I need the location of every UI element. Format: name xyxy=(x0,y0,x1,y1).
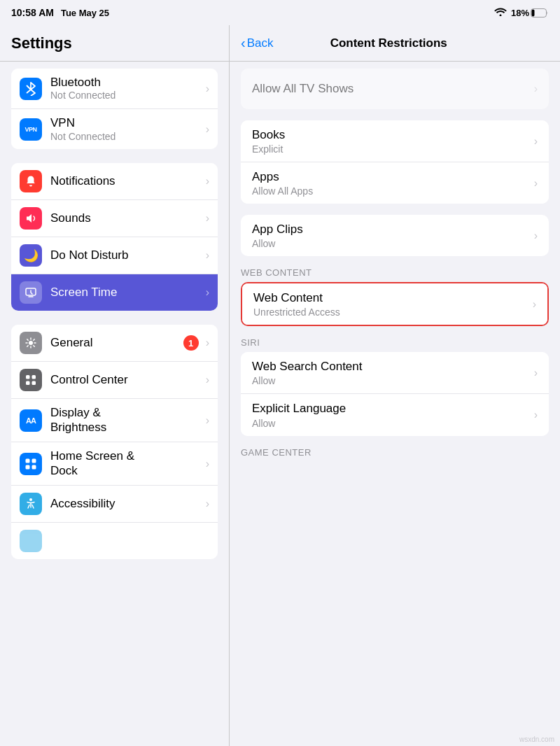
right-header: ‹ Back Content Restrictions xyxy=(230,25,560,62)
settings-item-controlcenter[interactable]: Control Center › xyxy=(11,362,218,399)
svg-rect-4 xyxy=(26,375,30,379)
appclips-sub: Allow xyxy=(252,238,531,249)
explicitlang-title: Explicit Language xyxy=(252,401,531,416)
settings-item-accessibility[interactable]: Accessibility › xyxy=(11,486,218,523)
display-icon: AA xyxy=(20,409,42,432)
screentime-label: Screen Time xyxy=(50,286,203,300)
homescreen-content: Home Screen &Dock xyxy=(50,449,203,478)
content-item-appclips[interactable]: App Clips Allow › xyxy=(241,215,549,256)
battery-icon: 18% xyxy=(511,8,549,18)
settings-item-display[interactable]: AA Display &Brightness › xyxy=(11,399,218,442)
donotdisturb-label: Do Not Disturb xyxy=(50,248,203,262)
general-chevron: › xyxy=(206,337,209,349)
right-panel: ‹ Back Content Restrictions Allow All TV… xyxy=(230,25,560,746)
apps-title: Apps xyxy=(252,169,531,185)
partial-icon xyxy=(20,530,42,552)
general-badge: 1 xyxy=(183,335,199,351)
appclips-title: App Clips xyxy=(252,222,531,237)
webcontent-title: Web Content xyxy=(253,290,530,306)
display-content: Display &Brightness xyxy=(50,406,203,435)
gamecenter-section-label: GAME CENTER xyxy=(241,447,549,458)
content-item-webcontent[interactable]: Web Content Unrestricted Access › xyxy=(242,283,547,325)
back-button[interactable]: ‹ Back xyxy=(241,35,273,51)
right-panel-title: Content Restrictions xyxy=(284,36,493,50)
accessibility-label: Accessibility xyxy=(50,497,203,511)
system-group: General 1 › xyxy=(11,325,218,559)
websearch-sub: Allow xyxy=(252,375,531,386)
svg-rect-1 xyxy=(532,9,535,16)
settings-item-general[interactable]: General 1 › xyxy=(11,325,218,362)
settings-item-partial[interactable] xyxy=(11,523,218,559)
display-label: Display &Brightness xyxy=(50,406,203,435)
siri-section-label: SIRI xyxy=(241,337,549,348)
status-time: 10:58 AM xyxy=(11,7,54,18)
accessibility-chevron: › xyxy=(206,498,209,510)
left-header: Settings xyxy=(0,25,229,62)
vpn-chevron: › xyxy=(206,123,209,136)
notifications-content: Notifications xyxy=(50,174,203,188)
right-content[interactable]: Allow All TV Shows › Books Explicit › Ap… xyxy=(230,62,560,746)
general-label: General xyxy=(50,336,183,350)
sounds-icon xyxy=(20,207,42,230)
status-icons: 18% xyxy=(494,7,549,18)
settings-item-bluetooth[interactable]: Bluetooth Not Connected › xyxy=(11,69,218,109)
apps-sub: Allow All Apps xyxy=(252,185,531,197)
webcontent-sub: Unrestricted Access xyxy=(253,307,530,318)
settings-item-notifications[interactable]: Notifications › xyxy=(11,163,218,200)
controlcenter-icon xyxy=(20,369,42,391)
svg-rect-9 xyxy=(32,458,36,463)
content-item-apps[interactable]: Apps Allow All Apps › xyxy=(241,162,549,204)
tvshows-group: Allow All TV Shows › xyxy=(241,69,549,109)
websearch-chevron: › xyxy=(534,367,538,379)
general-content: General xyxy=(50,336,183,350)
notifications-label: Notifications xyxy=(50,174,203,188)
webcontent-group: Web Content Unrestricted Access › xyxy=(241,282,549,326)
explicitlang-sub: Allow xyxy=(252,418,531,429)
wifi-icon xyxy=(494,7,507,18)
settings-item-screentime[interactable]: Screen Time › xyxy=(11,274,218,311)
settings-item-homescreen[interactable]: Home Screen &Dock › xyxy=(11,442,218,486)
sounds-label: Sounds xyxy=(50,211,203,225)
general-icon xyxy=(20,332,42,354)
controlcenter-content: Control Center xyxy=(50,373,203,387)
donotdisturb-icon: 🌙 xyxy=(20,244,42,267)
books-title: Books xyxy=(252,127,531,143)
svg-rect-8 xyxy=(26,458,30,463)
settings-item-vpn[interactable]: VPN VPN Not Connected › xyxy=(11,109,218,149)
settings-item-donotdisturb[interactable]: 🌙 Do Not Disturb › xyxy=(11,237,218,274)
connectivity-group: Bluetooth Not Connected › VPN VPN Not Co… xyxy=(11,69,218,149)
main-layout: Settings Bluetooth Not Connec xyxy=(0,25,560,746)
content-item-explicitlang[interactable]: Explicit Language Allow › xyxy=(241,394,549,435)
websearch-title: Web Search Content xyxy=(252,359,531,374)
screentime-chevron: › xyxy=(206,286,209,299)
settings-list[interactable]: Bluetooth Not Connected › VPN VPN Not Co… xyxy=(0,62,229,746)
homescreen-icon xyxy=(20,453,42,475)
svg-point-3 xyxy=(29,341,33,345)
controlcenter-chevron: › xyxy=(206,374,209,386)
content-item-websearch[interactable]: Web Search Content Allow › xyxy=(241,352,549,394)
accessibility-icon xyxy=(20,493,42,515)
svg-rect-6 xyxy=(26,381,30,386)
svg-rect-10 xyxy=(26,465,30,469)
vpn-content: VPN Not Connected xyxy=(50,116,203,142)
vpn-icon: VPN xyxy=(20,118,42,141)
back-label: Back xyxy=(247,36,274,50)
homescreen-label: Home Screen &Dock xyxy=(50,449,203,478)
sounds-content: Sounds xyxy=(50,211,203,225)
display-chevron: › xyxy=(206,414,209,427)
svg-rect-11 xyxy=(32,465,36,469)
explicitlang-chevron: › xyxy=(534,409,538,421)
settings-item-sounds[interactable]: Sounds › xyxy=(11,200,218,237)
content-item-books[interactable]: Books Explicit › xyxy=(241,120,549,162)
webcontent-section-label: WEB CONTENT xyxy=(241,267,549,278)
webcontent-chevron: › xyxy=(533,298,536,311)
notifications-icon xyxy=(20,170,42,192)
vpn-sub: Not Connected xyxy=(50,131,203,143)
left-panel: Settings Bluetooth Not Connec xyxy=(0,25,230,746)
homescreen-chevron: › xyxy=(206,458,209,470)
content-item-tvshows[interactable]: Allow All TV Shows › xyxy=(241,69,549,109)
books-sub: Explicit xyxy=(252,143,531,155)
svg-point-12 xyxy=(29,498,32,501)
watermark: wsxdn.com xyxy=(519,736,554,743)
bluetooth-chevron: › xyxy=(206,83,209,95)
